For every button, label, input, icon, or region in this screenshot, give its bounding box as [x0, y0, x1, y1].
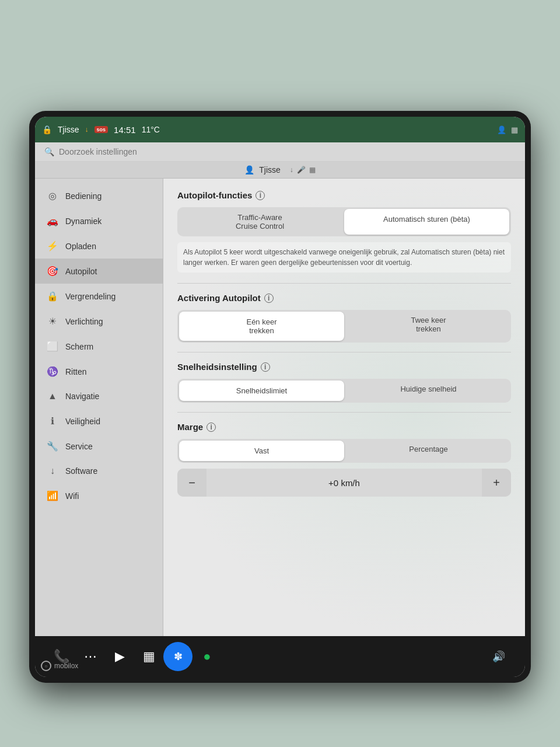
sidebar: ◎ Bediening 🚗 Dynamiek ⚡ Opladen 🎯 Autop…: [35, 179, 163, 636]
percentage-option[interactable]: Percentage: [346, 439, 511, 463]
opladen-label: Opladen: [65, 242, 96, 251]
profile-icon: 👤: [497, 125, 506, 134]
bluetooth-button[interactable]: ✽: [163, 642, 192, 671]
search-input[interactable]: [59, 147, 516, 156]
speed-setting-info-icon[interactable]: i: [261, 362, 270, 372]
twee-keer-option[interactable]: Twee keertrekken: [346, 310, 511, 343]
activation-toggle: Eén keertrekken Twee keertrekken: [177, 310, 511, 343]
speed-setting-title: Snelheidsinstelling i: [177, 362, 511, 372]
activation-title-text: Activering Autopilot: [177, 293, 261, 303]
lock-icon: 🔒: [42, 125, 52, 134]
user-header-icon: 👤: [244, 165, 254, 174]
signal-icon: ▦: [511, 125, 518, 134]
main-content: ◎ Bediening 🚗 Dynamiek ⚡ Opladen 🎯 Autop…: [35, 179, 525, 636]
autopilot-functions-toggle: Traffic-AwareCruise Control Automatisch …: [177, 207, 511, 236]
auto-sturen-option[interactable]: Automatisch sturen (bèta): [344, 209, 509, 235]
ritten-icon: ♑: [47, 366, 58, 377]
navigatie-icon: ▲: [47, 391, 58, 402]
verlichting-icon: ☀: [47, 316, 58, 327]
wifi-icon: 📶: [47, 490, 58, 501]
speed-setting-toggle: Snelheidslimiet Huidige snelheid: [177, 379, 511, 403]
service-icon: 🔧: [47, 441, 58, 452]
speed-value: +0 km/h: [206, 478, 482, 488]
user-header-icons: ↓ 🎤 ▦: [290, 166, 316, 174]
taskbar: 📞 ⋯ ▶ ▦ ✽ ● 🔊: [35, 636, 525, 677]
spotify-button[interactable]: ●: [192, 642, 222, 671]
sidebar-item-dynamiek[interactable]: 🚗 Dynamiek: [35, 208, 163, 233]
veiligheid-label: Veiligheid: [65, 417, 100, 426]
autopilot-functions-title: Autopilot-functies i: [177, 190, 511, 200]
navigatie-label: Navigatie: [65, 392, 99, 401]
sidebar-item-verlichting[interactable]: ☀ Verlichting: [35, 309, 163, 334]
ritten-label: Ritten: [65, 367, 87, 376]
increase-speed-button[interactable]: +: [482, 469, 511, 497]
opladen-icon: ⚡: [47, 240, 58, 252]
software-label: Software: [65, 466, 97, 476]
mic-icon: 🎤: [297, 166, 306, 174]
sidebar-item-service[interactable]: 🔧 Service: [35, 434, 163, 459]
right-status-icons: 👤 ▦: [497, 125, 518, 134]
search-bar[interactable]: 🔍: [35, 142, 525, 162]
menu-button[interactable]: ⋯: [76, 642, 105, 671]
margin-title-text: Marge: [177, 422, 203, 432]
scherm-label: Scherm: [65, 342, 93, 351]
mobilox-logo: ○: [41, 661, 51, 671]
sidebar-item-veiligheid[interactable]: ℹ Veiligheid: [35, 409, 163, 434]
sidebar-item-ritten[interactable]: ♑ Ritten: [35, 359, 163, 384]
sidebar-item-navigatie[interactable]: ▲ Navigatie: [35, 384, 163, 409]
watermark: ○ mobilox: [41, 661, 78, 671]
sidebar-item-scherm[interactable]: ⬜ Scherm: [35, 334, 163, 359]
speed-control: − +0 km/h +: [177, 469, 511, 497]
autopilot-description: Als Autopilot 5 keer wordt uitgeschakeld…: [177, 242, 511, 273]
sidebar-item-vergrendeling[interactable]: 🔒 Vergrendeling: [35, 284, 163, 309]
activation-info-icon[interactable]: i: [264, 294, 274, 303]
divider-1: [177, 283, 511, 284]
margin-title: Marge i: [177, 422, 511, 432]
bediening-icon: ◎: [47, 190, 58, 201]
mobilox-text: mobilox: [54, 662, 78, 670]
screen: 🔒 Tjisse ↓ sos 14:51 11°C 👤 ▦ 🔍 👤 Tjisse…: [35, 117, 525, 677]
margin-info-icon[interactable]: i: [206, 423, 216, 432]
status-bar: 🔒 Tjisse ↓ sos 14:51 11°C 👤 ▦: [35, 117, 525, 142]
download-icon: ↓: [85, 125, 89, 134]
margin-toggle: Vast Percentage: [177, 439, 511, 463]
verlichting-label: Verlichting: [65, 317, 103, 326]
service-label: Service: [65, 442, 93, 451]
decrease-speed-button[interactable]: −: [177, 469, 206, 497]
divider-2: [177, 352, 511, 352]
traffic-aware-option[interactable]: Traffic-AwareCruise Control: [177, 207, 342, 236]
autopilot-label: Autopilot: [65, 267, 97, 276]
sidebar-item-software[interactable]: ↓ Software: [35, 459, 163, 483]
vergrendeling-icon: 🔒: [47, 291, 58, 302]
device-frame: 🔒 Tjisse ↓ sos 14:51 11°C 👤 ▦ 🔍 👤 Tjisse…: [29, 111, 531, 683]
dynamiek-icon: 🚗: [47, 215, 58, 226]
autopilot-functions-info-icon[interactable]: i: [256, 191, 265, 200]
content-panel: Autopilot-functies i Traffic-AwareCruise…: [163, 179, 525, 636]
grid-button[interactable]: ▦: [134, 642, 163, 671]
status-temperature: 11°C: [142, 125, 160, 134]
search-icon: 🔍: [44, 147, 54, 156]
autopilot-functions-title-text: Autopilot-functies: [177, 190, 252, 200]
volume-button[interactable]: 🔊: [484, 642, 513, 671]
play-button[interactable]: ▶: [105, 642, 134, 671]
software-icon: ↓: [47, 466, 58, 476]
sidebar-item-autopilot[interactable]: 🎯 Autopilot: [35, 259, 163, 284]
sidebar-item-wifi[interactable]: 📶 Wifi: [35, 483, 163, 508]
sidebar-item-bediening[interactable]: ◎ Bediening: [35, 183, 163, 208]
sidebar-item-opladen[interactable]: ⚡ Opladen: [35, 233, 163, 259]
divider-3: [177, 412, 511, 413]
user-header: 👤 Tjisse ↓ 🎤 ▦: [35, 162, 525, 179]
autopilot-icon: 🎯: [47, 266, 58, 277]
een-keer-option[interactable]: Eén keertrekken: [179, 312, 344, 341]
vast-option[interactable]: Vast: [179, 441, 344, 461]
dynamiek-label: Dynamiek: [65, 217, 102, 226]
grid-icon: ▦: [309, 166, 316, 174]
huidige-snelheid-option[interactable]: Huidige snelheid: [346, 379, 511, 403]
scherm-icon: ⬜: [47, 341, 58, 352]
status-time: 14:51: [114, 125, 136, 135]
wifi-label: Wifi: [65, 491, 79, 501]
snelheidslimiet-option[interactable]: Snelheidslimiet: [179, 381, 344, 401]
veiligheid-icon: ℹ: [47, 416, 58, 427]
vergrendeling-label: Vergrendeling: [65, 292, 116, 301]
status-user-name: Tjisse: [58, 125, 79, 134]
